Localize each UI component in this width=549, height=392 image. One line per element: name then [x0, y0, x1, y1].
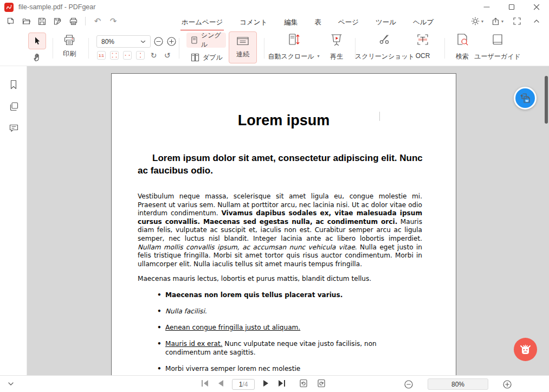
bullet-marker: •	[157, 291, 165, 300]
next-view-button[interactable]	[317, 378, 326, 390]
zoom-in-bottom-button[interactable]	[502, 380, 512, 389]
scrollbar-thumb[interactable]	[545, 76, 548, 124]
autoscroll-label: 自動スクロール	[268, 52, 314, 61]
list-item: •Maecenas non lorem quis tellus placerat…	[138, 291, 422, 300]
play-button[interactable]: 再生	[325, 33, 348, 61]
tab-tools[interactable]: ツール	[374, 14, 397, 31]
window-title: file-sample.pdf - PDFgear	[18, 3, 95, 11]
tab-help[interactable]: ヘルプ	[412, 14, 435, 31]
previous-view-button[interactable]	[299, 378, 308, 390]
fullscreen-button[interactable]	[511, 15, 523, 27]
zoom-out-bottom-button[interactable]	[404, 380, 414, 389]
vertical-scrollbar[interactable]	[545, 66, 548, 375]
share-button[interactable]: ▾	[491, 15, 503, 27]
next-page-button[interactable]	[263, 380, 269, 389]
minimize-button[interactable]	[474, 0, 499, 14]
screenshot-label: スクリーンショット	[355, 52, 415, 61]
ocr-button[interactable]: OCR	[412, 33, 434, 60]
bullet-text-underlined: Mauris id ex erat.	[165, 340, 223, 348]
pdfgear-logo-icon	[4, 3, 14, 12]
list-item: •Morbi viverra semper lorem nec molestie	[138, 365, 422, 374]
doc-heading: Lorem ipsum dolor sit amet, consectetur …	[138, 152, 429, 177]
total-pages: /4	[242, 381, 248, 388]
zoom-level-select[interactable]: 80%	[96, 35, 151, 48]
tab-home[interactable]: ホームページ	[180, 14, 224, 31]
last-page-button[interactable]	[277, 380, 286, 389]
comments-panel-button[interactable]	[7, 121, 20, 134]
quick-actions: ↶ ↷	[4, 15, 119, 27]
document-canvas[interactable]: Lorem ipsum Lorem ipsum dolor sit amet, …	[27, 66, 549, 375]
main-area: Lorem ipsum Lorem ipsum dolor sit amet, …	[0, 66, 549, 375]
bullet-marker: •	[157, 307, 165, 316]
screenshot-button[interactable]: スクリーンショット	[358, 33, 411, 61]
fit-page-button[interactable]	[110, 51, 119, 60]
zoom-slider[interactable]: 80%	[428, 378, 488, 390]
text-cursor	[379, 112, 380, 121]
search-label: 検索	[456, 52, 469, 61]
zoom-level-value: 80%	[101, 38, 114, 46]
thumbnails-panel-button[interactable]	[7, 100, 20, 113]
pdf-page[interactable]: Lorem ipsum Lorem ipsum dolor sit amet, …	[111, 73, 456, 375]
current-page: 1	[239, 381, 243, 388]
tab-edit[interactable]: 編集	[283, 14, 299, 31]
ribbon-tabs: ホームページ コメント 編集 表 ページ ツール ヘルプ	[180, 14, 435, 30]
page-number-input[interactable]: 1/4	[232, 379, 255, 390]
new-file-button[interactable]	[4, 15, 16, 27]
search-button[interactable]: 検索	[451, 33, 473, 61]
convert-to-word-button[interactable]: W	[514, 87, 537, 110]
redo-button[interactable]: ↷	[107, 15, 119, 27]
pdfgear-window: { "window": { "title": "file-sample.pdf …	[0, 0, 549, 392]
home-toolbar: 印刷 80% 1:1 ↻ ↺ シングル ダブル 連続 自動スクロール ▾	[0, 30, 549, 66]
fit-height-button[interactable]	[136, 51, 145, 60]
zoom-out-button[interactable]	[153, 36, 164, 47]
tab-comment[interactable]: コメント	[238, 14, 268, 31]
maximize-button[interactable]	[499, 0, 524, 14]
divider	[88, 38, 89, 59]
print-button[interactable]: 印刷	[59, 33, 80, 59]
bullet-marker: •	[157, 324, 165, 332]
continuous-view-button[interactable]: 連続	[229, 31, 257, 63]
divider	[85, 17, 86, 25]
left-panel-rail	[0, 66, 27, 375]
zoom-in-button[interactable]	[166, 36, 177, 47]
tab-page[interactable]: ページ	[337, 14, 360, 31]
open-file-button[interactable]	[20, 15, 32, 27]
divider	[264, 38, 264, 59]
single-page-button[interactable]: シングル	[186, 33, 226, 48]
bullet-text: Maecenas non lorem quis tellus placerat …	[165, 291, 422, 300]
continuous-view-label: 連続	[236, 50, 249, 59]
zoom-percентage: 80%	[451, 381, 464, 388]
user-guide-button[interactable]: ユーザーガイド	[476, 33, 519, 61]
collapse-ribbon-button[interactable]	[531, 15, 542, 27]
save-as-button[interactable]	[51, 15, 63, 27]
save-button[interactable]	[36, 15, 48, 27]
first-page-button[interactable]	[201, 380, 209, 389]
list-item: •Aenean congue fringilla justo ut aliqua…	[138, 324, 422, 332]
autoscroll-button[interactable]: 自動スクロール ▾	[268, 33, 320, 61]
doc-title: Lorem ipsum	[112, 112, 456, 129]
list-item: •Nulla facilisi.	[138, 307, 422, 316]
hand-tool-button[interactable]	[31, 51, 44, 64]
doc-bullet-list: •Maecenas non lorem quis tellus placerat…	[138, 291, 422, 374]
close-button[interactable]	[524, 0, 549, 14]
menu-right-actions: ▾ ▾	[470, 15, 542, 27]
rotate-ccw-button[interactable]: ↺	[163, 51, 172, 60]
select-tool-button[interactable]	[28, 33, 46, 49]
tab-table[interactable]: 表	[313, 14, 322, 31]
chevron-down-icon: ▾	[318, 54, 320, 59]
divider	[179, 38, 179, 59]
print-quick-button[interactable]	[67, 15, 79, 27]
list-item: •Mauris id ex erat. Nunc vulputate neque…	[138, 340, 422, 357]
undo-button[interactable]: ↶	[92, 15, 104, 27]
bullet-text: Morbi viverra semper lorem nec molestie	[165, 365, 422, 374]
ai-assistant-button[interactable]	[514, 338, 537, 361]
collapse-bottombar-button[interactable]	[5, 378, 16, 389]
fit-width-button[interactable]	[123, 51, 132, 60]
double-page-button[interactable]: ダブル	[186, 50, 226, 65]
prev-page-button[interactable]	[217, 380, 224, 389]
rotate-cw-button[interactable]: ↻	[149, 51, 158, 60]
actual-size-button[interactable]: 1:1	[97, 51, 106, 60]
theme-button[interactable]: ▾	[470, 15, 483, 27]
bookmarks-panel-button[interactable]	[7, 78, 20, 91]
actual-size-label: 1:1	[99, 54, 104, 57]
